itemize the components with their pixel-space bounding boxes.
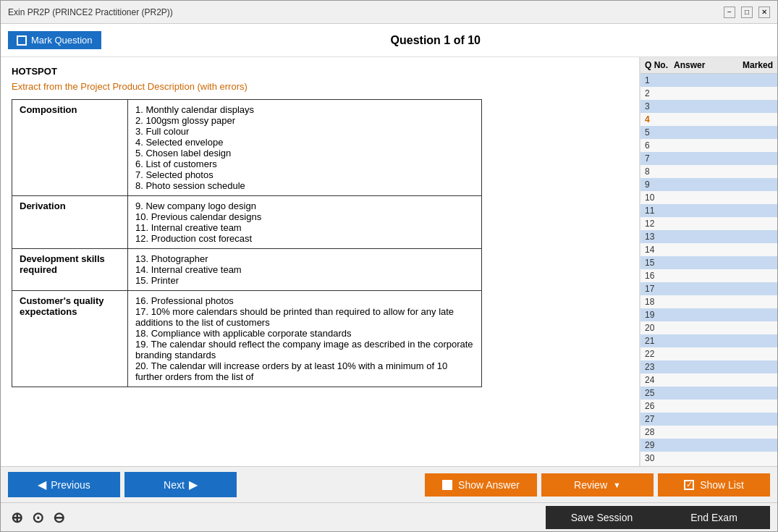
sidebar-row[interactable]: 12 bbox=[640, 217, 777, 230]
zoom-out-button[interactable]: ⊕ bbox=[8, 507, 26, 528]
table-items-cell: 13. Photographer 14. Internal creative t… bbox=[128, 249, 482, 291]
show-answer-button[interactable]: Show Answer bbox=[425, 473, 537, 497]
sidebar-row[interactable]: 26 bbox=[640, 400, 777, 413]
sidebar-question-number: 25 bbox=[645, 388, 674, 398]
sidebar-question-number: 29 bbox=[645, 440, 674, 450]
sidebar-question-number: 1 bbox=[645, 75, 674, 85]
sidebar-marked-header: Marked bbox=[737, 60, 773, 70]
sidebar-row[interactable]: 5 bbox=[640, 126, 777, 139]
question-type-label: HOTSPOT bbox=[12, 66, 628, 77]
extract-label: Extract from the Project Product Descrip… bbox=[12, 81, 628, 92]
save-session-label: Save Session bbox=[571, 512, 633, 523]
sidebar-qno-header: Q No. bbox=[645, 60, 674, 70]
review-button[interactable]: Review ▼ bbox=[541, 473, 654, 497]
sidebar-row[interactable]: 24 bbox=[640, 373, 777, 387]
sidebar-question-number: 4 bbox=[645, 114, 674, 124]
next-label: Next bbox=[164, 479, 185, 491]
sidebar-question-number: 12 bbox=[645, 219, 674, 229]
sidebar-question-number: 7 bbox=[645, 153, 674, 164]
sidebar-list[interactable]: 1234567891011121314151617181920212223242… bbox=[640, 74, 777, 466]
sidebar-row[interactable]: 10 bbox=[640, 191, 777, 204]
next-arrow-icon: ▶ bbox=[189, 478, 198, 491]
table-row: Composition1. Monthly calendar displays … bbox=[12, 100, 482, 196]
mark-checkbox-icon bbox=[17, 35, 27, 46]
sidebar-row[interactable]: 7 bbox=[640, 152, 777, 165]
sidebar-question-number: 8 bbox=[645, 166, 674, 177]
sidebar-question-number: 30 bbox=[645, 453, 674, 463]
next-button[interactable]: Next ▶ bbox=[124, 472, 237, 497]
table-row: Customer's quality expectations16. Profe… bbox=[12, 291, 482, 387]
table-category-cell: Composition bbox=[12, 100, 128, 196]
sidebar-row[interactable]: 3 bbox=[640, 100, 777, 113]
table-items-cell: 16. Professional photos 17. 10% more cal… bbox=[128, 291, 482, 387]
sidebar-question-number: 3 bbox=[645, 101, 674, 111]
window-title: Exin PR2P (PRINCE2 Practitioner (PR2P)) bbox=[8, 7, 173, 17]
sidebar-row[interactable]: 6 bbox=[640, 139, 777, 152]
sidebar-row[interactable]: 2 bbox=[640, 87, 777, 100]
sidebar-row[interactable]: 16 bbox=[640, 269, 777, 282]
zoom-fit-button[interactable]: ⊙ bbox=[29, 507, 47, 528]
sidebar-question-number: 14 bbox=[645, 245, 674, 255]
sidebar-row[interactable]: 28 bbox=[640, 426, 777, 439]
sidebar-question-number: 22 bbox=[645, 349, 674, 359]
table-items-cell: 1. Monthly calendar displays 2. 100gsm g… bbox=[128, 100, 482, 196]
title-bar: Exin PR2P (PRINCE2 Practitioner (PR2P)) … bbox=[1, 1, 777, 24]
sidebar-question-number: 13 bbox=[645, 232, 674, 242]
sidebar-row[interactable]: 20 bbox=[640, 321, 777, 334]
question-sidebar: Q No. Answer Marked 12345678910111213141… bbox=[640, 57, 777, 466]
sidebar-row[interactable]: 4 bbox=[640, 113, 777, 126]
review-dropdown-icon: ▼ bbox=[613, 481, 621, 489]
sidebar-row[interactable]: 22 bbox=[640, 347, 777, 360]
sidebar-row[interactable]: 29 bbox=[640, 439, 777, 452]
sidebar-question-number: 9 bbox=[645, 180, 674, 190]
sidebar-question-number: 11 bbox=[645, 206, 674, 216]
sidebar-question-number: 18 bbox=[645, 297, 674, 307]
sidebar-row[interactable]: 1 bbox=[640, 74, 777, 87]
sidebar-row[interactable]: 14 bbox=[640, 243, 777, 256]
sidebar-header: Q No. Answer Marked bbox=[640, 57, 777, 74]
show-list-checkbox-icon: ✓ bbox=[684, 480, 694, 490]
previous-label: Previous bbox=[51, 479, 90, 491]
sidebar-question-number: 23 bbox=[645, 362, 674, 372]
sidebar-row[interactable]: 30 bbox=[640, 452, 777, 465]
sidebar-row[interactable]: 27 bbox=[640, 413, 777, 426]
zoom-controls: ⊕ ⊙ ⊖ bbox=[8, 507, 68, 528]
table-row: Derivation9. New company logo design 10.… bbox=[12, 196, 482, 249]
sidebar-row[interactable]: 9 bbox=[640, 178, 777, 191]
close-button[interactable]: ✕ bbox=[758, 7, 770, 18]
show-answer-label: Show Answer bbox=[458, 479, 520, 491]
sidebar-row[interactable]: 25 bbox=[640, 387, 777, 400]
question-title: Question 1 of 10 bbox=[101, 34, 770, 47]
toolbar: Mark Question Question 1 of 10 bbox=[1, 24, 777, 57]
zoom-in-button[interactable]: ⊖ bbox=[50, 507, 68, 528]
show-answer-checkbox-icon bbox=[442, 480, 452, 490]
prev-arrow-icon: ◀ bbox=[38, 478, 46, 491]
window-controls: − □ ✕ bbox=[724, 7, 770, 18]
sidebar-row[interactable]: 23 bbox=[640, 360, 777, 373]
end-exam-button[interactable]: End Exam bbox=[658, 506, 770, 529]
sidebar-row[interactable]: 15 bbox=[640, 256, 777, 269]
sidebar-row[interactable]: 18 bbox=[640, 295, 777, 308]
sidebar-row[interactable]: 17 bbox=[640, 282, 777, 295]
review-label: Review bbox=[574, 479, 607, 491]
end-exam-label: End Exam bbox=[690, 512, 737, 523]
app-window: Exin PR2P (PRINCE2 Practitioner (PR2P)) … bbox=[0, 0, 778, 532]
previous-button[interactable]: ◀ Previous bbox=[8, 472, 120, 497]
save-session-button[interactable]: Save Session bbox=[546, 506, 658, 529]
sidebar-question-number: 2 bbox=[645, 88, 674, 98]
show-list-button[interactable]: ✓ Show List bbox=[658, 473, 770, 497]
sidebar-row[interactable]: 11 bbox=[640, 204, 777, 217]
sidebar-question-number: 6 bbox=[645, 140, 674, 151]
sidebar-row[interactable]: 13 bbox=[640, 230, 777, 243]
restore-button[interactable]: □ bbox=[741, 7, 753, 18]
minimize-button[interactable]: − bbox=[724, 7, 735, 18]
table-category-cell: Customer's quality expectations bbox=[12, 291, 128, 387]
sidebar-question-number: 5 bbox=[645, 127, 674, 138]
sidebar-row[interactable]: 21 bbox=[640, 334, 777, 347]
sidebar-question-number: 21 bbox=[645, 336, 674, 346]
question-area: HOTSPOT Extract from the Project Product… bbox=[1, 57, 640, 466]
sidebar-row[interactable]: 8 bbox=[640, 165, 777, 178]
mark-question-button[interactable]: Mark Question bbox=[8, 31, 101, 49]
footer-bar: ⊕ ⊙ ⊖ Save Session End Exam bbox=[1, 502, 777, 531]
sidebar-row[interactable]: 19 bbox=[640, 308, 777, 321]
